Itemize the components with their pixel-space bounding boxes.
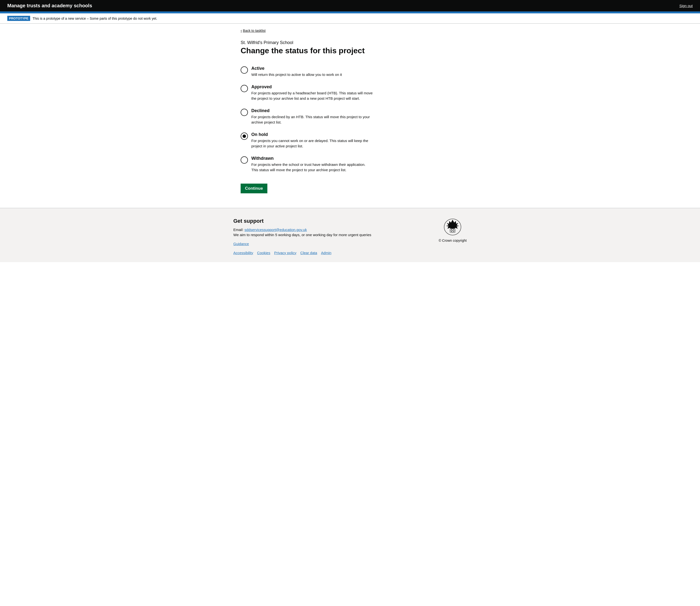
radio-content-on-hold: On hold For projects you cannot work on … <box>251 132 373 149</box>
footer-link-accessibility[interactable]: Accessibility <box>233 251 253 255</box>
radio-label-on-hold: On hold <box>251 132 373 137</box>
svg-point-8 <box>454 231 455 232</box>
radio-desc-approved: For projects approved by a headteacher b… <box>251 91 373 101</box>
radio-desc-declined: For projects declined by an HTB. This st… <box>251 114 373 125</box>
radio-label-active: Active <box>251 66 342 71</box>
prototype-message: This is a prototype of a new service – S… <box>32 17 157 20</box>
prototype-banner: PROTOTYPE This is a prototype of a new s… <box>0 14 700 24</box>
radio-item-on-hold[interactable]: On hold For projects you cannot work on … <box>241 129 459 153</box>
main-content: Back to tasklist St. Wilfrid's Primary S… <box>233 24 467 208</box>
footer-guidance-link[interactable]: Guidance <box>233 242 439 246</box>
radio-content-approved: Approved For projects approved by a head… <box>251 85 373 101</box>
site-title[interactable]: Manage trusts and academy schools <box>7 3 92 8</box>
radio-declined[interactable] <box>241 109 248 116</box>
prototype-tag: PROTOTYPE <box>7 16 30 21</box>
continue-button[interactable]: Continue <box>241 184 267 193</box>
radio-withdrawn[interactable] <box>241 156 248 164</box>
crown-logo <box>443 218 462 236</box>
footer-link-admin[interactable]: Admin <box>321 251 332 255</box>
footer-heading: Get support <box>233 218 439 224</box>
footer-link-privacy[interactable]: Privacy policy <box>274 251 296 255</box>
radio-on-hold[interactable] <box>241 133 248 140</box>
radio-desc-on-hold: For projects you cannot work on or are d… <box>251 138 373 149</box>
radio-label-approved: Approved <box>251 85 373 90</box>
footer-right: © Crown copyright <box>439 218 467 242</box>
svg-point-5 <box>451 229 452 230</box>
back-to-tasklist-link[interactable]: Back to tasklist <box>241 28 266 33</box>
footer-left: Get support Email: sddservicessupport@ed… <box>233 218 439 255</box>
site-footer: Get support Email: sddservicessupport@ed… <box>0 208 700 262</box>
radio-approved[interactable] <box>241 85 248 92</box>
school-name: St. Wilfrid's Primary School <box>241 40 459 45</box>
page-heading: Change the status for this project <box>241 46 459 55</box>
radio-label-withdrawn: Withdrawn <box>251 156 373 161</box>
footer-inner: Get support Email: sddservicessupport@ed… <box>233 218 467 255</box>
radio-dot-on-hold <box>243 135 246 138</box>
svg-point-6 <box>454 229 455 230</box>
radio-content-active: Active Will return this project to activ… <box>251 66 342 77</box>
footer-email-line: Email: sddservicessupport@education.gov.… <box>233 228 439 232</box>
svg-point-7 <box>451 231 452 232</box>
radio-item-declined[interactable]: Declined For projects declined by an HTB… <box>241 105 459 129</box>
radio-label-declined: Declined <box>251 108 373 113</box>
radio-desc-withdrawn: For projects where the school or trust h… <box>251 162 373 173</box>
radio-content-withdrawn: Withdrawn For projects where the school … <box>251 156 373 173</box>
radio-active[interactable] <box>241 66 248 74</box>
blue-bar <box>0 11 700 14</box>
footer-link-cleardata[interactable]: Clear data <box>300 251 317 255</box>
radio-item-withdrawn[interactable]: Withdrawn For projects where the school … <box>241 153 459 176</box>
footer-response-time: We aim to respond within 5 working days,… <box>233 233 439 237</box>
sign-out-button[interactable]: Sign out <box>679 4 693 8</box>
radio-group: Active Will return this project to activ… <box>241 63 459 176</box>
footer-email-link[interactable]: sddservicessupport@education.gov.uk <box>244 228 307 232</box>
footer-links: Accessibility Cookies Privacy policy Cle… <box>233 251 439 255</box>
footer-email-prefix: Email: <box>233 228 244 232</box>
radio-content-declined: Declined For projects declined by an HTB… <box>251 108 373 125</box>
crown-copyright: © Crown copyright <box>439 238 467 242</box>
footer-link-cookies[interactable]: Cookies <box>257 251 270 255</box>
radio-item-active[interactable]: Active Will return this project to activ… <box>241 63 459 81</box>
site-header: Manage trusts and academy schools Sign o… <box>0 0 700 14</box>
radio-item-approved[interactable]: Approved For projects approved by a head… <box>241 81 459 105</box>
radio-desc-active: Will return this project to active to al… <box>251 72 342 77</box>
